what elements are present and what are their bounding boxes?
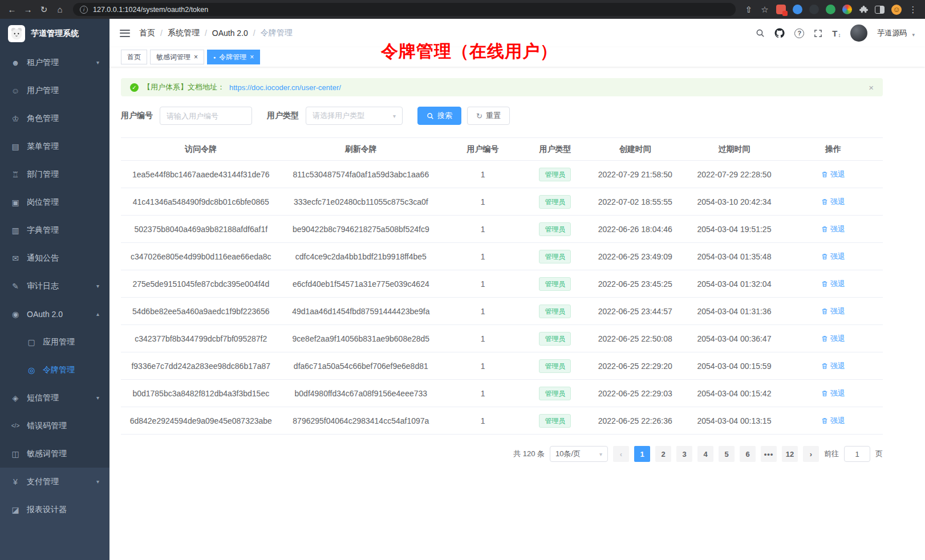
search-icon[interactable] <box>756 29 765 38</box>
extension-icon-4[interactable] <box>826 5 835 14</box>
force-logout-button[interactable]: 强退 <box>821 169 845 180</box>
access-token-cell: f9336e7c7dd242a283ee98dc86b17a87 <box>121 362 281 371</box>
extension-icon-1[interactable] <box>776 5 786 14</box>
access-token-cell: 502375b8040a469a9b82188afdf6af1f <box>121 225 281 234</box>
sidebar-item-oauth[interactable]: ◉ OAuth 2.0 ▴ <box>0 300 109 328</box>
close-icon[interactable]: × <box>250 53 254 61</box>
sidebar-item-sms[interactable]: ◈ 短信管理 ▾ <box>0 384 109 412</box>
sidebar-item-token-manage[interactable]: ◎ 令牌管理 <box>0 356 109 384</box>
reload-icon[interactable]: ↻ <box>36 3 51 17</box>
extension-icon-3[interactable] <box>809 5 819 14</box>
notice-icon: ✉ <box>10 254 21 263</box>
url-bar[interactable]: i 127.0.0.1:1024/system/oauth2/token <box>73 3 736 16</box>
expire-time-cell: 2054-03-04 00:15:59 <box>685 362 784 371</box>
sidebar-item-post[interactable]: ▣ 岗位管理 <box>0 188 109 216</box>
next-page-button[interactable]: › <box>803 446 819 462</box>
font-size-icon[interactable]: T↕ <box>832 29 841 38</box>
breadcrumb-oauth[interactable]: OAuth 2.0 <box>212 29 248 38</box>
sidebar-item-payment[interactable]: ¥ 支付管理 ▾ <box>0 468 109 496</box>
forward-icon[interactable]: → <box>21 3 35 17</box>
sidebar-item-role[interactable]: ♔ 角色管理 <box>0 104 109 132</box>
report-designer-icon: ◪ <box>10 505 21 514</box>
sidebar-item-dict[interactable]: ▥ 字典管理 <box>0 216 109 244</box>
user-type-badge: 管理员 <box>539 168 571 181</box>
user-id-cell: 1 <box>441 252 525 261</box>
expire-time-cell: 2054-03-04 00:13:15 <box>685 416 784 425</box>
page-button-12[interactable]: 12 <box>782 446 798 462</box>
sidebar-item-dept[interactable]: ♖ 部门管理 <box>0 160 109 188</box>
share-icon[interactable]: ⇧ <box>741 3 756 17</box>
username[interactable]: 芋道源码 <box>877 28 907 38</box>
user-type-badge: 管理员 <box>539 222 571 236</box>
delete-icon <box>821 417 828 424</box>
tab-sensitive-word[interactable]: 敏感词管理 × <box>150 50 204 64</box>
home-icon[interactable]: ⌂ <box>52 3 67 17</box>
sidebar-item-user[interactable]: ☺ 用户管理 <box>0 76 109 104</box>
tab-token-manage[interactable]: ● 令牌管理 × <box>207 50 260 64</box>
sidebar-item-menu[interactable]: ▤ 菜单管理 <box>0 132 109 160</box>
profile-avatar-icon[interactable]: ☺ <box>891 5 902 15</box>
user-id-input[interactable] <box>160 107 252 125</box>
access-token-cell: 41c41346a548490f9dc8b01c6bfe0865 <box>121 197 281 206</box>
page-size-select[interactable]: 10条/页 ▾ <box>550 446 608 462</box>
doc-link[interactable]: https://doc.iocoder.cn/user-center/ <box>229 83 341 92</box>
tab-home[interactable]: 首页 <box>121 50 147 64</box>
force-logout-button[interactable]: 强退 <box>821 279 845 289</box>
extension-icon-5[interactable] <box>842 5 852 14</box>
page-button-1[interactable]: 1 <box>634 446 650 462</box>
close-icon[interactable]: × <box>869 83 874 92</box>
browser-menu-icon[interactable]: ⋮ <box>906 3 920 17</box>
sidebar: 芋道管理系统 ☻ 租户管理 ▾ ☺ 用户管理 ♔ 角色管理 ▤ 菜单管理 ♖ <box>0 19 109 560</box>
access-token-cell: c347026e805e4d99b0d116eae66eda8c <box>121 252 281 261</box>
sidebar-item-notice[interactable]: ✉ 通知公告 <box>0 244 109 272</box>
help-icon[interactable]: ? <box>794 29 804 38</box>
site-info-icon[interactable]: i <box>80 6 88 14</box>
page-button-4[interactable]: 4 <box>697 446 713 462</box>
force-logout-button[interactable]: 强退 <box>821 388 845 399</box>
page-button-2[interactable]: 2 <box>655 446 671 462</box>
force-logout-button[interactable]: 强退 <box>821 224 845 234</box>
prev-page-button[interactable]: ‹ <box>613 446 629 462</box>
back-icon[interactable]: ← <box>5 3 19 17</box>
bookmark-star-icon[interactable]: ☆ <box>757 3 772 17</box>
audit-log-icon: ✎ <box>10 282 21 291</box>
more-pages-button[interactable]: ••• <box>761 446 777 462</box>
app-logo[interactable]: 芋道管理系统 <box>0 19 109 48</box>
user-type-select[interactable]: 请选择用户类型 ▾ <box>306 107 403 125</box>
force-logout-button[interactable]: 强退 <box>821 361 845 371</box>
extensions-puzzle-icon[interactable] <box>856 3 871 17</box>
force-logout-button[interactable]: 强退 <box>821 197 845 207</box>
side-panel-icon[interactable] <box>875 6 885 14</box>
pagination: 共 120 条 10条/页 ▾ ‹ 1 2 3 4 5 6 ••• 12 › 前… <box>121 446 883 462</box>
goto-page-input[interactable] <box>844 446 870 462</box>
force-logout-button[interactable]: 强退 <box>821 306 845 316</box>
close-icon[interactable]: × <box>194 53 198 61</box>
sidebar-item-report-designer[interactable]: ◪ 报表设计器 <box>0 496 109 524</box>
delete-icon <box>821 253 828 260</box>
reset-button[interactable]: ↻ 重置 <box>467 107 510 125</box>
sidebar-collapse-icon[interactable] <box>120 30 130 37</box>
sidebar-item-audit-log[interactable]: ✎ 审计日志 ▾ <box>0 272 109 300</box>
sidebar-item-tenant[interactable]: ☻ 租户管理 ▾ <box>0 48 109 76</box>
sidebar-item-sensitive-word[interactable]: ◫ 敏感词管理 <box>0 440 109 468</box>
breadcrumb-home[interactable]: 首页 <box>139 28 155 38</box>
search-button[interactable]: 搜索 <box>417 107 461 125</box>
extension-icon-2[interactable] <box>793 5 802 14</box>
created-time-cell: 2022-07-02 18:55:55 <box>586 197 685 206</box>
sidebar-item-error-code[interactable]: </> 错误码管理 <box>0 412 109 440</box>
page-content: ✓ 【用户体系】文档地址： https://doc.iocoder.cn/use… <box>109 67 925 560</box>
page-button-6[interactable]: 6 <box>740 446 756 462</box>
force-logout-button[interactable]: 强退 <box>821 334 845 344</box>
force-logout-button[interactable]: 强退 <box>821 251 845 262</box>
chevron-down-icon[interactable]: ▾ <box>912 32 915 38</box>
page-button-3[interactable]: 3 <box>676 446 692 462</box>
breadcrumb-system[interactable]: 系统管理 <box>168 28 200 38</box>
user-avatar[interactable] <box>850 25 867 42</box>
github-icon[interactable] <box>774 28 785 38</box>
force-logout-button[interactable]: 强退 <box>821 416 845 426</box>
user-type-label: 用户类型 <box>267 111 299 121</box>
table-row: f9336e7c7dd242a283ee98dc86b17a87 dfa6c71… <box>121 352 883 380</box>
fullscreen-icon[interactable] <box>814 29 822 38</box>
sidebar-item-app-manage[interactable]: ▢ 应用管理 <box>0 328 109 356</box>
page-button-5[interactable]: 5 <box>719 446 735 462</box>
